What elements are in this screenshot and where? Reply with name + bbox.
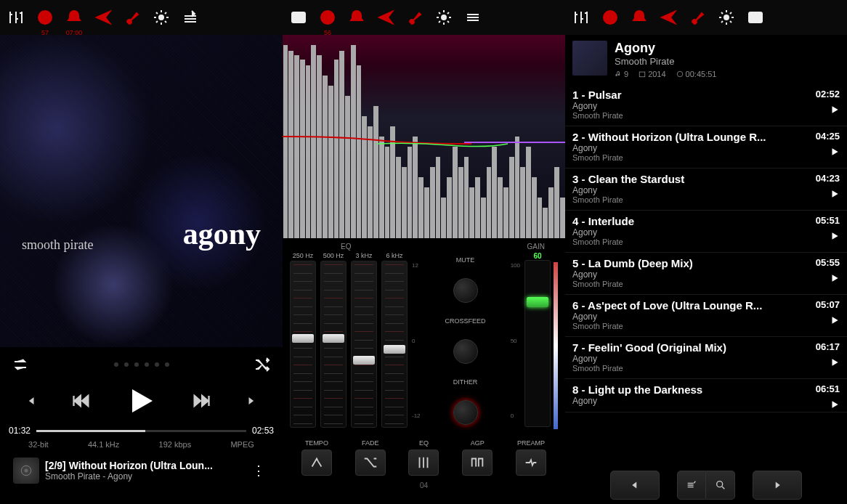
track-play-icon[interactable] <box>830 105 840 118</box>
repeat-icon[interactable] <box>9 353 32 376</box>
sleep-timer-icon[interactable]: 56 <box>316 6 339 29</box>
agp-button[interactable]: AGP <box>462 439 493 476</box>
gain-slider[interactable] <box>524 260 551 427</box>
track-play-icon[interactable] <box>830 273 840 286</box>
track-duration: 05:07 <box>816 299 840 310</box>
player-toolbar: 57 07:00 <box>0 0 283 35</box>
gain-value: 60 <box>533 252 541 260</box>
playlist-icon[interactable] <box>461 6 485 29</box>
eq-band-slider[interactable] <box>290 261 316 428</box>
track-play-icon[interactable] <box>830 231 840 244</box>
eq-button[interactable]: EQ <box>408 439 439 476</box>
equalizer-icon[interactable] <box>4 6 28 29</box>
eq-band-label: 3 kHz <box>355 252 372 259</box>
send-icon[interactable] <box>374 6 397 29</box>
eq-band-slider[interactable] <box>351 261 377 428</box>
settings-icon[interactable] <box>715 6 738 29</box>
current-time: 01:32 <box>9 426 31 436</box>
alarm-icon[interactable]: 07:00 <box>62 6 86 29</box>
tracklist[interactable]: 1 - PulsarAgonySmooth Pirate02:522 - Wit… <box>565 84 847 469</box>
now-playing-title: [2/9] Without Horizon (Ultra Loun... <box>45 460 242 471</box>
track-row[interactable]: 2 - Without Horizon (Ultra Lounge R...Ag… <box>565 126 847 168</box>
format-info: 32-bit 44.1 kHz 192 kbps MPEG <box>9 440 274 449</box>
level-meter <box>554 262 558 429</box>
mute-knob[interactable] <box>453 278 478 303</box>
crossfeed-knob[interactable] <box>453 339 478 364</box>
track-row[interactable]: 3 - Clean the StardustAgonySmooth Pirate… <box>565 168 847 211</box>
rewind-button[interactable] <box>71 391 92 411</box>
eq-band-label: 6 kHz <box>386 252 402 259</box>
svg-point-11 <box>677 71 683 77</box>
nav-back-button[interactable] <box>610 471 660 500</box>
eq-band-slider[interactable] <box>381 261 408 428</box>
track-play-icon[interactable] <box>830 399 840 412</box>
svg-rect-10 <box>639 72 645 77</box>
sleep-timer-icon[interactable]: 57 <box>33 6 57 29</box>
track-title: 7 - Feelin' Good (Original Mix) <box>572 341 840 354</box>
eq-band-slider[interactable] <box>320 261 346 428</box>
album-meta: 9 2014 00:45:51 <box>615 70 840 78</box>
fade-button[interactable]: FADE <box>355 439 386 476</box>
nav-forward-button[interactable] <box>753 471 802 500</box>
equalizer-icon[interactable] <box>570 6 593 29</box>
brush-icon[interactable] <box>121 6 144 29</box>
track-artist: Smooth Pirate <box>572 322 840 330</box>
track-artist: Smooth Pirate <box>572 364 840 373</box>
brush-icon[interactable] <box>686 6 709 29</box>
alarm-icon[interactable] <box>345 6 368 29</box>
alarm-icon[interactable] <box>628 6 651 29</box>
shuffle-icon[interactable] <box>251 353 274 376</box>
track-row[interactable]: 1 - PulsarAgonySmooth Pirate02:52 <box>565 84 847 126</box>
art-artist-text: smooth pirate <box>22 237 93 253</box>
settings-icon[interactable] <box>150 6 173 29</box>
more-icon[interactable]: ⋮ <box>248 463 270 479</box>
play-video-icon[interactable] <box>287 6 310 29</box>
preamp-button[interactable]: PREAMP <box>516 439 546 476</box>
sleep-timer-icon[interactable] <box>599 6 622 29</box>
send-icon[interactable] <box>657 6 680 29</box>
album-art[interactable]: smooth pirate agony <box>0 35 283 347</box>
brush-icon[interactable] <box>403 6 426 29</box>
track-album: Agony <box>572 185 840 195</box>
track-play-icon[interactable] <box>830 315 840 328</box>
track-play-icon[interactable] <box>830 357 840 370</box>
track-row[interactable]: 5 - La Dumb (Deep Mix)AgonySmooth Pirate… <box>565 253 847 295</box>
next-track-button[interactable] <box>243 394 258 408</box>
track-album: Agony <box>572 269 840 280</box>
track-title: 1 - Pulsar <box>572 89 840 101</box>
track-row[interactable]: 6 - As'pect of Love (Ultra Lounge R...Ag… <box>565 295 847 337</box>
spectrum-analyzer <box>283 35 565 238</box>
play-video-icon[interactable] <box>744 6 767 29</box>
track-album: Agony <box>572 312 840 322</box>
track-duration: 05:51 <box>816 215 840 226</box>
nav-search-button[interactable] <box>706 471 735 500</box>
gain-section-label: GAIN <box>527 243 545 251</box>
total-time: 02:53 <box>252 426 274 436</box>
progress-bar[interactable] <box>36 430 246 432</box>
track-title: 5 - La Dumb (Deep Mix) <box>572 257 840 269</box>
track-row[interactable]: 8 - Light up the DarknessAgony06:51 <box>565 379 847 412</box>
svg-point-6 <box>442 15 446 20</box>
play-button[interactable] <box>123 383 158 418</box>
prev-track-button[interactable] <box>25 394 39 408</box>
track-row[interactable]: 7 - Feelin' Good (Original Mix)AgonySmoo… <box>565 337 847 379</box>
track-row[interactable]: 4 - InterludeAgonySmooth Pirate05:51 <box>565 211 847 253</box>
forward-button[interactable] <box>191 391 211 411</box>
now-playing-bar[interactable]: [2/9] Without Horizon (Ultra Loun... Smo… <box>9 455 274 487</box>
track-artist: Smooth Pirate <box>572 280 840 288</box>
track-play-icon[interactable] <box>830 147 840 160</box>
album-header[interactable]: Agony Smooth Pirate 9 2014 00:45:51 <box>565 35 847 84</box>
knob-label: MUTE <box>456 256 475 264</box>
playlist-jump-icon[interactable] <box>179 6 202 29</box>
nav-queue-button[interactable] <box>677 471 706 500</box>
svg-point-3 <box>25 469 28 473</box>
send-icon[interactable] <box>92 6 115 29</box>
library-toolbar <box>565 0 847 35</box>
bottom-nav <box>565 466 847 504</box>
track-play-icon[interactable] <box>830 189 840 202</box>
page-dots <box>114 362 169 367</box>
speaker-icon <box>13 458 39 484</box>
settings-icon[interactable] <box>432 6 455 29</box>
tempo-button[interactable]: TEMPO <box>301 439 332 476</box>
dither-knob[interactable] <box>453 400 478 425</box>
